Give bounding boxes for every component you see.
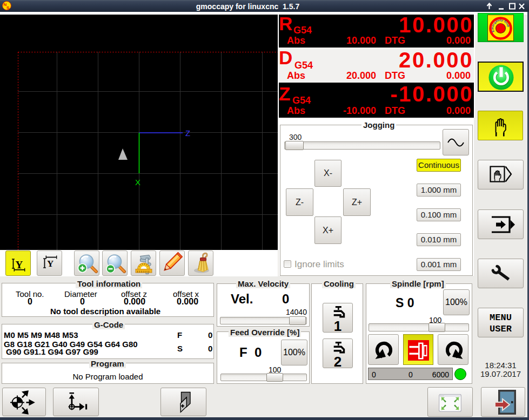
svg-text:Z: Z: [185, 128, 190, 138]
svg-text:Y: Y: [16, 259, 23, 270]
svg-text:Y: Y: [47, 259, 53, 269]
svg-text:X: X: [135, 178, 140, 187]
